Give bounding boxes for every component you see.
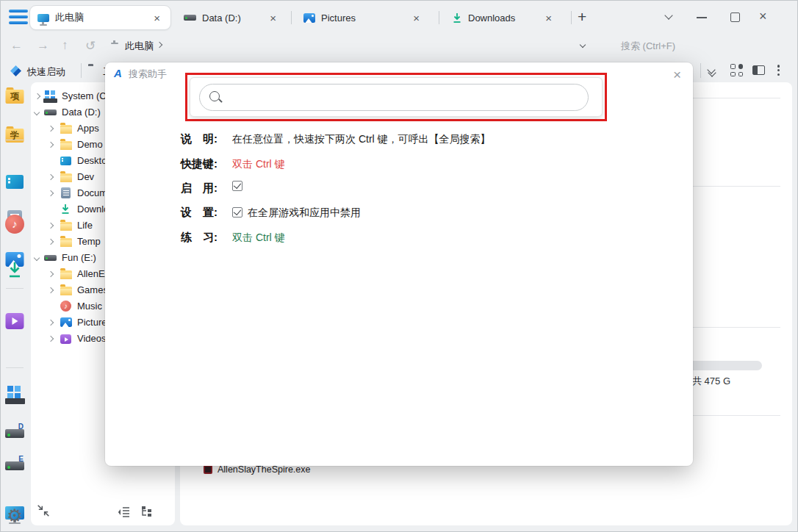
folder-icon [60,173,72,182]
double-chevron-down-icon[interactable] [708,64,720,75]
forward-icon[interactable]: → [37,38,49,53]
row-label: 练 习: [181,230,218,245]
download-icon [452,12,462,24]
tree-item-label: Dev [77,169,94,185]
sidebar-downloads-icon[interactable] [7,261,23,281]
toolbar-separator [700,63,701,78]
quick-launch-button[interactable]: 快速启动 [27,65,65,79]
sidebar-settings-gear-icon[interactable]: ⚙ [7,507,23,525]
checkbox-label: 在全屏游戏和应用中禁用 [248,205,361,220]
row-label: 说 明: [181,132,218,146]
close-icon[interactable]: × [151,11,163,25]
disable-fullscreen-checkbox[interactable] [232,207,242,218]
music-icon: ♪ [60,301,71,312]
chevron-down-icon[interactable] [664,11,672,19]
divider [6,288,24,289]
tab-label: Downloads [468,12,515,24]
chevron-down-icon[interactable] [580,42,586,48]
anytxt-logo-icon: A [114,67,122,79]
expander-icon[interactable] [48,336,54,342]
expander-icon[interactable] [34,109,40,115]
drive-icon [184,15,196,21]
sidebar-study-folder-icon[interactable]: 学 [6,129,24,143]
expander-icon[interactable] [48,320,54,326]
folder-icon [60,141,72,150]
more-options-icon[interactable] [777,63,780,77]
assistant-search-input[interactable] [200,85,588,110]
row-value: 在任意位置，快速按下两次 Ctrl 键，可呼出【全局搜索】 [232,132,491,146]
tree-item-label: Music [77,298,102,314]
layout-panel-icon[interactable] [752,65,765,75]
tree-item-label: Data (D:) [62,104,101,121]
tab-this-pc[interactable]: 此电脑 × [29,5,171,30]
file-manager-window: 此电脑 × Data (D:) × Pictures × Downloads ×… [0,0,798,532]
divider [6,140,24,140]
sidebar-desktop-folder-icon[interactable] [6,175,24,189]
highlight-red-box [185,73,607,121]
expander-icon[interactable] [48,271,54,277]
sidebar-computer-icon[interactable] [6,386,24,402]
row-value: 双击 Ctrl 键 [232,230,285,245]
close-window-button[interactable]: × [759,9,767,24]
row-value: 双击 Ctrl 键 [232,157,285,171]
dialog-close-icon[interactable]: × [670,65,684,85]
tree-item-label: Fun (E:) [62,250,96,266]
tab-downloads[interactable]: Downloads × [445,5,562,30]
dialog-title: 搜索助手 [129,68,167,81]
tree-item-label: Apps [77,121,99,137]
back-icon[interactable]: ← [10,38,23,53]
drive-icon [44,109,57,115]
drive-icon [44,255,57,261]
close-icon[interactable]: × [410,11,423,25]
undo-icon[interactable]: ↺ [85,38,96,54]
sidebar-drive-d-icon[interactable]: D [5,429,24,438]
expander-icon[interactable] [34,255,40,261]
row-label: 设 置: [181,205,218,220]
folder-icon [60,287,72,295]
maximize-button[interactable] [730,12,740,22]
row-label: 启 用: [181,181,218,195]
tab-data-d[interactable]: Data (D:) × [176,5,287,30]
search-assistant-dialog: A 搜索助手 × 说 明: 在任意位置，快速按下两次 Ctrl 键，可呼出【全局… [105,62,693,466]
expander-icon[interactable] [48,126,54,132]
chevron-right-icon[interactable] [157,42,162,48]
apps-grid-icon[interactable] [730,64,743,76]
minimize-button[interactable] [697,17,707,18]
expander-icon[interactable] [48,239,54,245]
expander-icon[interactable] [48,174,54,180]
collapse-all-icon[interactable] [37,504,50,520]
breadcrumb[interactable]: 此电脑 [125,40,154,53]
computer-icon [44,90,57,101]
quick-launch-icon [10,65,21,76]
sidebar-drive-e-icon[interactable]: E [5,461,24,470]
close-icon[interactable]: × [267,11,279,25]
tab-label: Pictures [321,12,356,24]
tree-item-label: Life [77,218,93,234]
close-icon[interactable]: × [542,11,555,25]
sidebar-project-folder-icon[interactable]: 项 [6,90,24,104]
expander-icon[interactable] [48,223,54,229]
expander-icon[interactable] [48,190,54,196]
videos-icon [60,334,71,344]
folder-icon [60,270,72,279]
search-input[interactable]: 搜索 (Ctrl+F) [621,40,675,53]
expander-icon[interactable] [48,287,54,293]
tree-view-icon[interactable] [141,506,154,520]
tree-item-label: Temp [77,234,101,250]
expander-icon[interactable] [35,93,40,99]
monitor-icon [37,14,49,22]
assistant-search-box[interactable] [199,84,589,111]
sidebar-music-icon[interactable]: ♪ [5,215,24,234]
search-card [190,77,603,117]
tab-label: Data (D:) [202,12,241,24]
up-icon[interactable]: ↑ [62,38,68,53]
enable-checkbox[interactable] [232,181,242,191]
tab-pictures[interactable]: Pictures × [296,5,430,30]
outdent-icon[interactable] [118,506,131,520]
expander-icon[interactable] [48,142,54,148]
sidebar-videos-icon[interactable] [6,313,24,329]
file-name[interactable]: AllenSlayTheSpire.exe [218,464,310,475]
new-tab-button[interactable]: + [578,8,586,26]
hamburger-menu-icon[interactable] [9,10,28,24]
pictures-icon [60,317,72,327]
